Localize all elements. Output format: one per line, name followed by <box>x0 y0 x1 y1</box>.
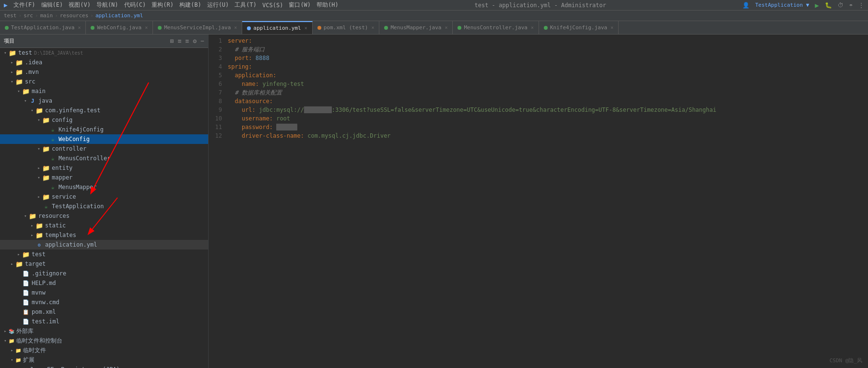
breadcrumb-resources[interactable]: resources <box>60 12 89 19</box>
tree-item-menusmapper[interactable]: ☕ MenusMapper <box>0 182 208 192</box>
breadcrumb-test[interactable]: test <box>4 12 17 19</box>
sidebar-toolbar: 项目 ⊞ ≡ ≡ ⚙ − <box>0 35 208 48</box>
tree-item-mvn[interactable]: 📁 .mvn <box>0 67 208 77</box>
breadcrumb-src[interactable]: src <box>23 12 33 19</box>
tab-close-menuscontroller[interactable]: × <box>531 25 534 30</box>
tree-arrow-java <box>22 97 29 104</box>
tree-item-menuscontroller[interactable]: ☕ MenusController <box>0 154 208 163</box>
tab-close-pomtest[interactable]: × <box>371 25 374 30</box>
tree-item-appyml[interactable]: ⚙ application.yml <box>0 240 208 249</box>
tab-knife4j[interactable]: Knife4jConfig.java × <box>539 21 619 34</box>
menu-vcs[interactable]: VCS(S) <box>262 2 283 9</box>
tree-item-scratch[interactable]: 📁 临时文件 <box>0 345 208 355</box>
tree-item-com-yinfeng[interactable]: 📁 com.yinfeng.test <box>0 106 208 115</box>
tree-item-resources[interactable]: 📁 resources <box>0 211 208 221</box>
tree-item-test-root[interactable]: 📁 test D:\IDEA_JAVA\test <box>0 48 208 58</box>
tree-item-help[interactable]: 📄 HELP.md <box>0 278 208 288</box>
tree-item-knife4j[interactable]: ☕ Knife4jConfig <box>0 125 208 134</box>
tab-webconfig[interactable]: WebConfig.java × <box>86 21 153 34</box>
tab-menuscontroller[interactable]: MenusController.java × <box>453 21 539 34</box>
tab-pomtest[interactable]: pom.xml (test) × <box>313 21 380 34</box>
menu-window[interactable]: 窗口(W) <box>289 1 311 9</box>
folder-icon-service: 📁 <box>42 193 50 201</box>
run-button[interactable]: ▶ <box>815 1 819 9</box>
tree-label-scratch-files: 临时文件和控制台 <box>16 337 62 345</box>
tree-arrow-mapper <box>35 174 42 181</box>
tree-item-java[interactable]: J java <box>0 96 208 106</box>
folder-icon-resources: 📁 <box>29 212 36 220</box>
breadcrumb-appyml[interactable]: application.yml <box>95 12 143 19</box>
tree-item-webconfig[interactable]: ☕ WebConfig <box>0 134 208 144</box>
tree-item-scratch-files[interactable]: 📁 临时文件和控制台 <box>0 336 208 345</box>
tree-arrow-gitignore <box>15 270 22 277</box>
tree-label-config: config <box>52 117 72 123</box>
editor-area[interactable]: 12345 678910 1112 server: # 服务端口 port: 8… <box>209 35 868 368</box>
tree-item-testiml[interactable]: 📄 test.iml <box>0 317 208 326</box>
code-line-1: server: <box>226 36 868 45</box>
menu-refactor[interactable]: 重构(R) <box>152 1 174 9</box>
tree-item-expand[interactable]: 📁 扩展 <box>0 355 208 365</box>
coverage-button[interactable]: ☂ <box>849 2 853 9</box>
layout-icon[interactable]: ⊞ <box>170 37 174 45</box>
settings-icon[interactable]: ⚙ <box>193 37 197 45</box>
menu-edit[interactable]: 编辑(E) <box>41 1 63 9</box>
tree-item-config[interactable]: 📁 config <box>0 115 208 125</box>
tab-menusmapper[interactable]: MenusMapper.java × <box>379 21 453 34</box>
tab-close-knife4j[interactable]: × <box>610 25 613 30</box>
debug-button[interactable]: 🐛 <box>825 2 832 9</box>
tree-item-controller[interactable]: 📁 controller <box>0 144 208 154</box>
tree-item-src[interactable]: 📁 src <box>0 77 208 86</box>
tree-item-extlibs[interactable]: 📚 外部库 <box>0 326 208 336</box>
tree-item-pomxml[interactable]: 📋 pom.xml <box>0 307 208 317</box>
tab-close-menusservice[interactable]: × <box>234 25 237 30</box>
tab-close-testapp[interactable]: × <box>78 25 81 30</box>
tree-item-test-dir[interactable]: 📁 test <box>0 249 208 259</box>
tree-label-com-yinfeng: com.yinfeng.test <box>45 107 101 114</box>
tree-label-appyml: application.yml <box>45 241 97 248</box>
menu-nav[interactable]: 导航(N) <box>96 1 118 9</box>
menu-tools[interactable]: 工具(T) <box>235 1 257 9</box>
folder-icon-entity: 📁 <box>42 164 50 172</box>
tab-label-menuscontroller: MenusController.java <box>464 24 527 31</box>
filter-icon[interactable]: ≡ <box>186 37 189 45</box>
menu-file[interactable]: 文件(F) <box>13 1 35 9</box>
tree-item-templates[interactable]: 📁 templates <box>0 230 208 240</box>
menu-build[interactable]: 构建(B) <box>179 1 201 9</box>
tree-item-service[interactable]: 📁 service <box>0 192 208 202</box>
menu-help[interactable]: 帮助(H) <box>317 1 339 9</box>
tab-close-appyml[interactable]: × <box>305 25 307 31</box>
menu-view[interactable]: 视图(V) <box>69 1 91 9</box>
tree-item-static[interactable]: 📁 static <box>0 221 208 230</box>
tree-item-main[interactable]: 📁 main <box>0 86 208 96</box>
tree-arrow-src <box>9 78 15 85</box>
tree-item-testapp[interactable]: ☕ TestApplication <box>0 202 208 211</box>
menu-code[interactable]: 代码(C) <box>124 1 146 9</box>
code-line-2: # 服务端口 <box>226 45 868 54</box>
more-actions[interactable]: ⋮ <box>858 2 864 9</box>
tree-item-entity[interactable]: 📁 entity <box>0 163 208 173</box>
tree-item-target[interactable]: 📁 target <box>0 259 208 269</box>
tab-menusservice[interactable]: MenusServiceImpl.java × <box>153 21 242 34</box>
tab-icon-menuscontroller <box>457 26 461 30</box>
tree-item-jpa[interactable]: 📁 Java EE: Persistence (JPA) <box>0 365 208 368</box>
tree-item-gitignore[interactable]: 📄 .gitignore <box>0 269 208 278</box>
tree-item-mvnw[interactable]: 📄 mvnw <box>0 288 208 297</box>
tab-close-webconfig[interactable]: × <box>145 25 148 30</box>
tab-testapplication[interactable]: TestApplication.java × <box>0 21 86 34</box>
minimize-icon[interactable]: − <box>200 37 204 45</box>
user-icon: 👤 <box>742 2 750 9</box>
tab-close-menusmapper[interactable]: × <box>445 25 447 30</box>
tree-item-mapper[interactable]: 📁 mapper <box>0 173 208 182</box>
profile-button[interactable]: ⏱ <box>838 2 844 9</box>
menu-run[interactable]: 运行(U) <box>207 1 229 9</box>
sort-icon[interactable]: ≡ <box>178 37 182 45</box>
breadcrumb-main[interactable]: main <box>40 12 53 19</box>
run-config[interactable]: TestApplication ▼ <box>755 2 809 8</box>
tree-item-idea[interactable]: 📁 .idea <box>0 58 208 67</box>
tabs-bar: TestApplication.java × WebConfig.java × … <box>0 21 868 35</box>
xml-icon-pomxml: 📋 <box>22 308 30 316</box>
tree-arrow-service <box>35 193 42 200</box>
folder-icon-com-yinfeng: 📁 <box>35 107 43 114</box>
tab-appyml[interactable]: application.yml × <box>242 21 312 34</box>
tree-item-mvnwcmd[interactable]: 📄 mvnw.cmd <box>0 297 208 307</box>
